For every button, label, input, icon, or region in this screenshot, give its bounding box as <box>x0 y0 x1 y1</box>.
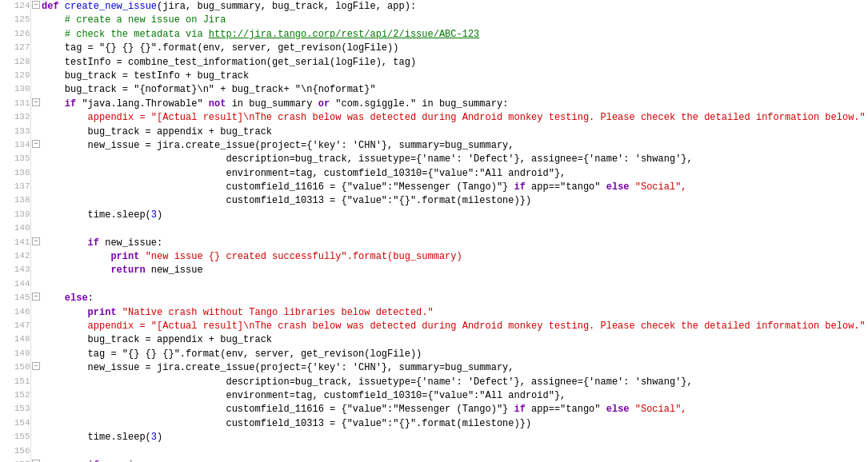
line-number: 133 <box>0 125 30 139</box>
line-number: 144 <box>0 278 30 292</box>
code-line: customfield_10313 = {"value":"{}".format… <box>42 194 868 208</box>
code-segment: (jira, bug_summary, bug_track, logFile, … <box>157 1 416 12</box>
code-line: else: <box>42 292 868 305</box>
table-row: 144 <box>0 278 868 292</box>
code-segment: "new issue {} created successfully".form… <box>139 251 462 262</box>
code-line: new_issue = jira.create_issue(project={'… <box>42 139 868 153</box>
line-number: 155 <box>0 431 30 444</box>
code-line: customfield_10313 = {"value":"{}".format… <box>42 417 868 431</box>
fold-cell <box>30 333 42 347</box>
code-line: environment=tag, customfield_10310={"val… <box>42 167 868 181</box>
code-line: testInfo = combine_test_information(get_… <box>42 56 868 70</box>
fold-minus-icon[interactable]: − <box>32 140 40 148</box>
code-segment: "Native crash without Tango libraries be… <box>117 307 434 318</box>
line-number: 132 <box>0 111 30 125</box>
code-line: appendix = "[Actual result]\nThe crash b… <box>42 111 868 125</box>
code-line: print "Native crash without Tango librar… <box>42 306 868 320</box>
line-number: 141 <box>0 237 30 250</box>
table-row: 154 customfield_10313 = {"value":"{}".fo… <box>0 417 868 431</box>
line-number: 136 <box>0 167 30 181</box>
fold-cell[interactable]: − <box>30 361 42 375</box>
line-number: 147 <box>0 320 30 333</box>
fold-cell <box>30 389 42 403</box>
line-number: 134 <box>0 139 30 153</box>
table-row: 153 customfield_11616 = {"value":"Messen… <box>0 403 868 416</box>
fold-minus-icon[interactable]: − <box>32 1 40 9</box>
fold-cell <box>30 250 42 264</box>
table-row: 149 tag = "{} {} {}".format(env, server,… <box>0 348 868 361</box>
code-line <box>42 278 868 292</box>
code-segment: # check the metadata via <box>42 29 209 40</box>
line-number: 143 <box>0 264 30 277</box>
code-line: print "new issue {} created successfully… <box>42 250 868 264</box>
code-segment: or <box>318 98 330 110</box>
fold-cell[interactable]: − <box>30 237 42 250</box>
fold-cell <box>30 431 42 444</box>
table-row: 137 customfield_11616 = {"value":"Messen… <box>0 181 868 194</box>
line-number: 137 <box>0 181 30 194</box>
fold-minus-icon[interactable]: − <box>32 237 40 245</box>
code-line: bug_track = appendix + bug_track <box>42 125 868 139</box>
fold-cell <box>30 376 42 389</box>
fold-cell <box>30 14 42 27</box>
fold-cell <box>30 42 42 55</box>
fold-cell[interactable]: − <box>30 459 42 462</box>
code-line: # create a new issue on Jira <box>42 14 868 27</box>
table-row: 150− new_issue = jira.create_issue(proje… <box>0 361 868 375</box>
fold-cell <box>30 209 42 222</box>
fold-cell[interactable]: − <box>30 292 42 305</box>
table-row: 129 bug_track = testInfo + bug_track <box>0 70 868 83</box>
line-number: 152 <box>0 389 30 403</box>
table-row: 136 environment=tag, customfield_10310={… <box>0 167 868 181</box>
table-row: 142 print "new issue {} created successf… <box>0 250 868 264</box>
fold-minus-icon[interactable]: − <box>32 293 40 301</box>
fold-cell <box>30 125 42 139</box>
line-number: 142 <box>0 250 30 264</box>
line-number: 124 <box>0 0 30 14</box>
code-segment: 3 <box>151 432 157 443</box>
line-number: 145 <box>0 292 30 305</box>
fold-cell <box>30 70 42 83</box>
code-segment: if <box>514 404 526 415</box>
fold-minus-icon[interactable]: − <box>32 362 40 370</box>
line-number: 146 <box>0 306 30 320</box>
line-number: 151 <box>0 376 30 389</box>
code-line: time.sleep(3) <box>42 209 868 222</box>
line-number: 140 <box>0 222 30 236</box>
fold-cell <box>30 56 42 70</box>
code-line: if new_issue: <box>42 237 868 250</box>
line-number: 153 <box>0 403 30 416</box>
code-line: return new_issue <box>42 264 868 277</box>
line-number: 154 <box>0 417 30 431</box>
code-segment: else <box>606 181 630 193</box>
code-segment: not <box>209 98 226 110</box>
code-line: # check the metadata via http://jira.tan… <box>42 28 868 42</box>
fold-cell <box>30 194 42 208</box>
code-line: description=bug_track, issuetype={'name'… <box>42 153 868 166</box>
code-segment: http://jira.tango.corp/rest/api/2/issue/… <box>209 29 479 40</box>
table-row: 147 appendix = "[Actual result]\nThe cra… <box>0 320 868 333</box>
table-row: 143 return new_issue <box>0 264 868 277</box>
fold-cell <box>30 181 42 194</box>
fold-minus-icon[interactable]: − <box>32 98 40 106</box>
code-segment: print <box>88 307 117 318</box>
code-segment: else <box>606 404 630 415</box>
table-row: 151 description=bug_track, issuetype={'n… <box>0 376 868 389</box>
line-number: 139 <box>0 209 30 222</box>
fold-cell <box>30 348 42 361</box>
code-line: tag = "{} {} {}".format(env, server, get… <box>42 42 868 55</box>
fold-cell[interactable]: − <box>30 0 42 14</box>
code-segment: if <box>514 181 526 193</box>
line-number: 131 <box>0 98 30 111</box>
code-line: environment=tag, customfield_10310={"val… <box>42 389 868 403</box>
fold-cell[interactable]: − <box>30 98 42 111</box>
code-line: customfield_11616 = {"value":"Messenger … <box>42 181 868 194</box>
table-row: 133 bug_track = appendix + bug_track <box>0 125 868 139</box>
line-number: 135 <box>0 153 30 166</box>
table-row: 141− if new_issue: <box>0 237 868 250</box>
fold-cell[interactable]: − <box>30 139 42 153</box>
code-line: time.sleep(3) <box>42 431 868 444</box>
code-segment: if <box>88 237 99 249</box>
code-segment: else <box>65 293 88 304</box>
fold-cell <box>30 264 42 277</box>
